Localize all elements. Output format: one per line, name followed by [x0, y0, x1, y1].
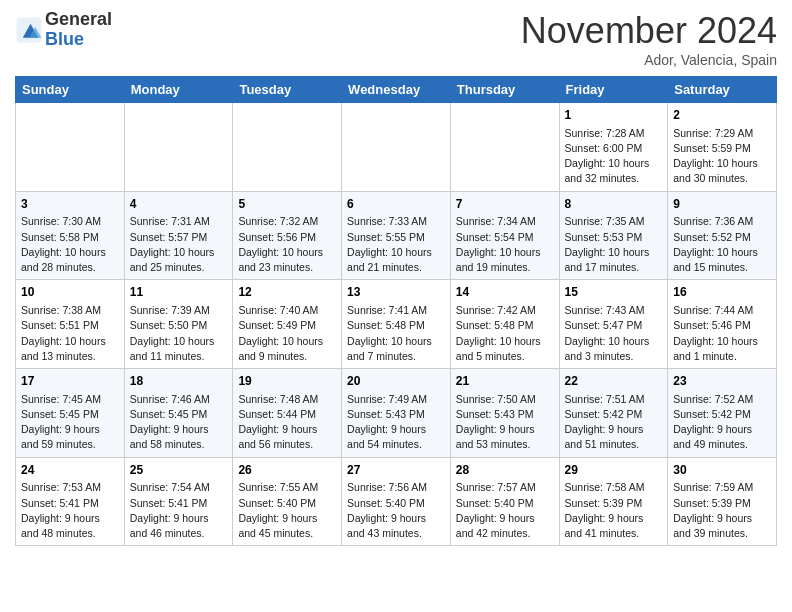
calendar-header-row: SundayMondayTuesdayWednesdayThursdayFrid…	[16, 77, 777, 103]
day-info: Sunrise: 7:36 AMSunset: 5:52 PMDaylight:…	[673, 214, 771, 275]
calendar-cell: 7Sunrise: 7:34 AMSunset: 5:54 PMDaylight…	[450, 191, 559, 280]
logo-blue: Blue	[45, 30, 112, 50]
day-info: Sunrise: 7:38 AMSunset: 5:51 PMDaylight:…	[21, 303, 119, 364]
day-info: Sunrise: 7:33 AMSunset: 5:55 PMDaylight:…	[347, 214, 445, 275]
day-number: 7	[456, 196, 554, 213]
calendar-cell: 20Sunrise: 7:49 AMSunset: 5:43 PMDayligh…	[342, 369, 451, 458]
calendar-cell: 24Sunrise: 7:53 AMSunset: 5:41 PMDayligh…	[16, 457, 125, 546]
day-number: 5	[238, 196, 336, 213]
calendar-week-1: 1Sunrise: 7:28 AMSunset: 6:00 PMDaylight…	[16, 103, 777, 192]
day-number: 28	[456, 462, 554, 479]
day-header-monday: Monday	[124, 77, 233, 103]
day-number: 14	[456, 284, 554, 301]
calendar-cell: 16Sunrise: 7:44 AMSunset: 5:46 PMDayligh…	[668, 280, 777, 369]
day-number: 29	[565, 462, 663, 479]
day-info: Sunrise: 7:56 AMSunset: 5:40 PMDaylight:…	[347, 480, 445, 541]
day-header-friday: Friday	[559, 77, 668, 103]
calendar-cell: 14Sunrise: 7:42 AMSunset: 5:48 PMDayligh…	[450, 280, 559, 369]
day-header-tuesday: Tuesday	[233, 77, 342, 103]
logo-text: General Blue	[45, 10, 112, 50]
header: General Blue November 2024 Ador, Valenci…	[15, 10, 777, 68]
day-number: 12	[238, 284, 336, 301]
calendar-cell: 21Sunrise: 7:50 AMSunset: 5:43 PMDayligh…	[450, 369, 559, 458]
day-info: Sunrise: 7:52 AMSunset: 5:42 PMDaylight:…	[673, 392, 771, 453]
day-info: Sunrise: 7:29 AMSunset: 5:59 PMDaylight:…	[673, 126, 771, 187]
day-info: Sunrise: 7:55 AMSunset: 5:40 PMDaylight:…	[238, 480, 336, 541]
day-info: Sunrise: 7:57 AMSunset: 5:40 PMDaylight:…	[456, 480, 554, 541]
calendar-cell: 22Sunrise: 7:51 AMSunset: 5:42 PMDayligh…	[559, 369, 668, 458]
day-info: Sunrise: 7:31 AMSunset: 5:57 PMDaylight:…	[130, 214, 228, 275]
day-number: 19	[238, 373, 336, 390]
day-header-saturday: Saturday	[668, 77, 777, 103]
calendar-cell: 25Sunrise: 7:54 AMSunset: 5:41 PMDayligh…	[124, 457, 233, 546]
day-info: Sunrise: 7:32 AMSunset: 5:56 PMDaylight:…	[238, 214, 336, 275]
calendar-cell: 23Sunrise: 7:52 AMSunset: 5:42 PMDayligh…	[668, 369, 777, 458]
calendar-cell: 27Sunrise: 7:56 AMSunset: 5:40 PMDayligh…	[342, 457, 451, 546]
day-number: 11	[130, 284, 228, 301]
day-header-sunday: Sunday	[16, 77, 125, 103]
day-info: Sunrise: 7:40 AMSunset: 5:49 PMDaylight:…	[238, 303, 336, 364]
logo-general: General	[45, 10, 112, 30]
calendar-cell: 3Sunrise: 7:30 AMSunset: 5:58 PMDaylight…	[16, 191, 125, 280]
day-info: Sunrise: 7:58 AMSunset: 5:39 PMDaylight:…	[565, 480, 663, 541]
calendar: SundayMondayTuesdayWednesdayThursdayFrid…	[15, 76, 777, 546]
day-info: Sunrise: 7:42 AMSunset: 5:48 PMDaylight:…	[456, 303, 554, 364]
calendar-cell: 11Sunrise: 7:39 AMSunset: 5:50 PMDayligh…	[124, 280, 233, 369]
day-number: 27	[347, 462, 445, 479]
day-number: 21	[456, 373, 554, 390]
page: General Blue November 2024 Ador, Valenci…	[0, 0, 792, 561]
day-number: 22	[565, 373, 663, 390]
calendar-cell	[233, 103, 342, 192]
calendar-cell: 8Sunrise: 7:35 AMSunset: 5:53 PMDaylight…	[559, 191, 668, 280]
day-info: Sunrise: 7:54 AMSunset: 5:41 PMDaylight:…	[130, 480, 228, 541]
day-info: Sunrise: 7:44 AMSunset: 5:46 PMDaylight:…	[673, 303, 771, 364]
calendar-cell: 13Sunrise: 7:41 AMSunset: 5:48 PMDayligh…	[342, 280, 451, 369]
day-info: Sunrise: 7:34 AMSunset: 5:54 PMDaylight:…	[456, 214, 554, 275]
calendar-cell: 18Sunrise: 7:46 AMSunset: 5:45 PMDayligh…	[124, 369, 233, 458]
day-number: 15	[565, 284, 663, 301]
calendar-cell: 2Sunrise: 7:29 AMSunset: 5:59 PMDaylight…	[668, 103, 777, 192]
calendar-cell: 30Sunrise: 7:59 AMSunset: 5:39 PMDayligh…	[668, 457, 777, 546]
title-area: November 2024 Ador, Valencia, Spain	[521, 10, 777, 68]
calendar-cell: 26Sunrise: 7:55 AMSunset: 5:40 PMDayligh…	[233, 457, 342, 546]
calendar-week-2: 3Sunrise: 7:30 AMSunset: 5:58 PMDaylight…	[16, 191, 777, 280]
day-info: Sunrise: 7:59 AMSunset: 5:39 PMDaylight:…	[673, 480, 771, 541]
day-number: 25	[130, 462, 228, 479]
calendar-week-5: 24Sunrise: 7:53 AMSunset: 5:41 PMDayligh…	[16, 457, 777, 546]
calendar-cell: 28Sunrise: 7:57 AMSunset: 5:40 PMDayligh…	[450, 457, 559, 546]
logo-area: General Blue	[15, 10, 112, 50]
calendar-cell: 6Sunrise: 7:33 AMSunset: 5:55 PMDaylight…	[342, 191, 451, 280]
calendar-cell: 4Sunrise: 7:31 AMSunset: 5:57 PMDaylight…	[124, 191, 233, 280]
day-info: Sunrise: 7:30 AMSunset: 5:58 PMDaylight:…	[21, 214, 119, 275]
day-info: Sunrise: 7:45 AMSunset: 5:45 PMDaylight:…	[21, 392, 119, 453]
day-number: 3	[21, 196, 119, 213]
day-info: Sunrise: 7:46 AMSunset: 5:45 PMDaylight:…	[130, 392, 228, 453]
calendar-cell: 19Sunrise: 7:48 AMSunset: 5:44 PMDayligh…	[233, 369, 342, 458]
month-title: November 2024	[521, 10, 777, 52]
day-number: 2	[673, 107, 771, 124]
calendar-cell	[124, 103, 233, 192]
calendar-cell: 17Sunrise: 7:45 AMSunset: 5:45 PMDayligh…	[16, 369, 125, 458]
day-number: 17	[21, 373, 119, 390]
calendar-cell: 15Sunrise: 7:43 AMSunset: 5:47 PMDayligh…	[559, 280, 668, 369]
day-info: Sunrise: 7:43 AMSunset: 5:47 PMDaylight:…	[565, 303, 663, 364]
calendar-week-4: 17Sunrise: 7:45 AMSunset: 5:45 PMDayligh…	[16, 369, 777, 458]
day-info: Sunrise: 7:48 AMSunset: 5:44 PMDaylight:…	[238, 392, 336, 453]
calendar-cell: 5Sunrise: 7:32 AMSunset: 5:56 PMDaylight…	[233, 191, 342, 280]
day-number: 8	[565, 196, 663, 213]
day-number: 30	[673, 462, 771, 479]
day-number: 9	[673, 196, 771, 213]
day-number: 24	[21, 462, 119, 479]
location: Ador, Valencia, Spain	[521, 52, 777, 68]
calendar-cell: 29Sunrise: 7:58 AMSunset: 5:39 PMDayligh…	[559, 457, 668, 546]
logo-icon	[15, 16, 43, 44]
day-number: 20	[347, 373, 445, 390]
day-info: Sunrise: 7:51 AMSunset: 5:42 PMDaylight:…	[565, 392, 663, 453]
day-number: 1	[565, 107, 663, 124]
day-number: 16	[673, 284, 771, 301]
day-info: Sunrise: 7:50 AMSunset: 5:43 PMDaylight:…	[456, 392, 554, 453]
calendar-cell: 12Sunrise: 7:40 AMSunset: 5:49 PMDayligh…	[233, 280, 342, 369]
day-info: Sunrise: 7:41 AMSunset: 5:48 PMDaylight:…	[347, 303, 445, 364]
day-info: Sunrise: 7:39 AMSunset: 5:50 PMDaylight:…	[130, 303, 228, 364]
day-info: Sunrise: 7:53 AMSunset: 5:41 PMDaylight:…	[21, 480, 119, 541]
